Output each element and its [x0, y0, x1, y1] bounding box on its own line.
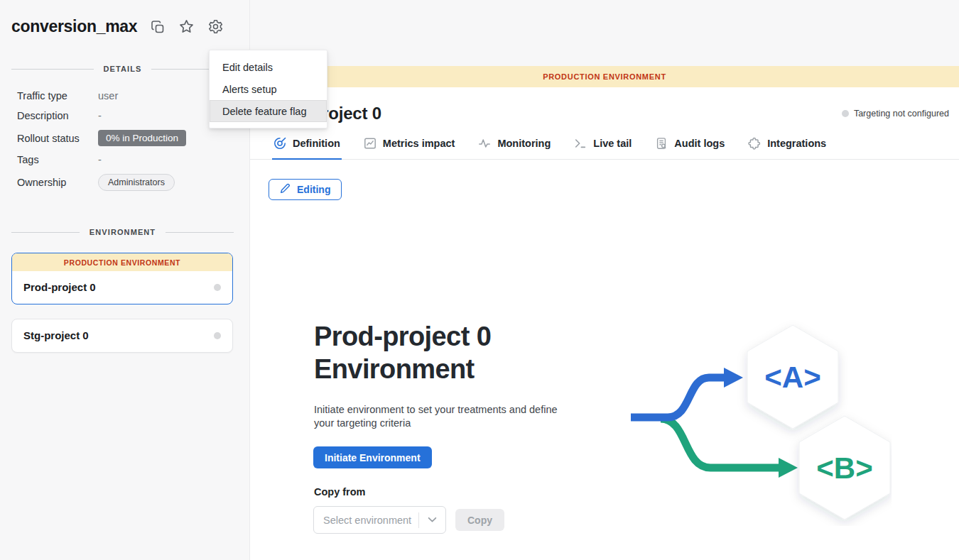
editing-button-label: Editing [297, 184, 330, 195]
detail-label: Description [17, 110, 98, 121]
tab-label: Audit logs [674, 138, 725, 149]
ab-test-illustration: <A> <B> [618, 309, 892, 529]
environment-section-header: ENVIRONMENT [11, 228, 234, 236]
green-arrowhead [779, 458, 798, 478]
initiate-environment-button[interactable]: Initiate Environment [313, 446, 432, 468]
details-heading: DETAILS [104, 65, 142, 73]
tab-monitoring[interactable]: Monitoring [478, 137, 551, 159]
env-card-production-banner: PRODUCTION ENVIRONMENT [12, 253, 232, 271]
integrations-icon [748, 137, 761, 150]
detail-value: - [98, 110, 102, 121]
divider [11, 69, 94, 70]
top-strip [250, 0, 959, 66]
tab-label: Monitoring [497, 138, 551, 149]
env-card-row: Prod-project 0 [12, 271, 232, 304]
divider [166, 232, 234, 233]
gear-icon [207, 18, 224, 35]
flag-header: conversion_max [0, 0, 249, 36]
targeting-status-dot [842, 110, 849, 117]
tab-label: Live tail [593, 138, 632, 149]
env-status-dot [214, 284, 221, 291]
variant-a-label: <A> [764, 361, 820, 394]
menu-item-alerts-setup[interactable]: Alerts setup [210, 78, 327, 100]
targeting-status: Targeting not configured [842, 109, 949, 119]
tab-metrics-impact[interactable]: Metrics impact [364, 137, 455, 159]
tab-label: Integrations [767, 138, 826, 149]
copy-from-label: Copy from [314, 486, 366, 498]
metrics-impact-icon [364, 137, 376, 150]
detail-label: Rollout status [17, 133, 98, 144]
production-environment-banner: PRODUCTION ENVIRONMENT [250, 66, 959, 87]
env-name: Prod-project 0 [23, 281, 96, 293]
tab-integrations[interactable]: Integrations [748, 137, 826, 159]
editing-button[interactable]: Editing [269, 179, 342, 200]
menu-item-edit-details[interactable]: Edit details [210, 56, 327, 78]
env-status-dot [214, 332, 221, 339]
definition-icon [273, 137, 286, 150]
detail-label: Ownership [17, 177, 98, 188]
hero-description: Initiate environment to set your treatme… [314, 403, 575, 430]
settings-dropdown-menu: Edit details Alerts setup Delete feature… [209, 50, 327, 128]
env-card-row: Stg-project 0 [12, 319, 232, 352]
ownership-pill[interactable]: Administrators [98, 174, 175, 191]
detail-label: Traffic type [17, 90, 98, 101]
divider [11, 232, 80, 233]
copy-button[interactable]: Copy [455, 509, 504, 531]
chevron-down-icon [419, 517, 445, 523]
tab-definition[interactable]: Definition [273, 137, 340, 159]
blue-arrowhead [724, 368, 743, 388]
tab-bar: Definition Metrics impact Monitoring Liv… [250, 137, 959, 160]
detail-row-tags: Tags - [17, 150, 249, 168]
pencil-icon [280, 183, 291, 196]
env-card-prod[interactable]: PRODUCTION ENVIRONMENT Prod-project 0 [11, 253, 233, 304]
detail-row-ownership: Ownership Administrators [17, 173, 249, 191]
detail-value: - [98, 154, 102, 165]
tab-label: Metrics impact [383, 138, 455, 149]
monitoring-icon [478, 137, 491, 150]
page-header: Prod-project 0 Targeting not configured [250, 87, 959, 123]
details-section-header: DETAILS [11, 65, 234, 73]
tab-label: Definition [293, 138, 340, 149]
copy-flag-button[interactable] [150, 19, 166, 35]
detail-value: user [98, 90, 118, 101]
star-icon [178, 18, 195, 35]
targeting-status-label: Targeting not configured [854, 109, 949, 119]
environment-select-placeholder: Select environment [314, 515, 418, 526]
env-name: Stg-project 0 [23, 329, 89, 341]
detail-row-rollout-status: Rollout status 0% in Production [17, 129, 249, 147]
tab-audit-logs[interactable]: Audit logs [655, 137, 725, 159]
env-card-stg[interactable]: Stg-project 0 [11, 319, 233, 353]
flag-name-title: conversion_max [11, 17, 137, 36]
tab-live-tail[interactable]: Live tail [574, 137, 632, 159]
live-tail-icon [574, 137, 587, 150]
rollout-status-badge: 0% in Production [98, 130, 186, 146]
detail-label: Tags [17, 154, 98, 165]
menu-item-delete-feature-flag[interactable]: Delete feature flag [210, 100, 327, 122]
variant-b-label: <B> [816, 451, 872, 485]
hero-title: Prod-project 0 Environment [314, 320, 552, 385]
audit-logs-icon [655, 137, 668, 150]
main-content: PRODUCTION ENVIRONMENT Prod-project 0 Ta… [250, 0, 959, 560]
copy-icon [150, 19, 166, 35]
flag-settings-button[interactable] [207, 18, 224, 35]
environment-heading: ENVIRONMENT [90, 228, 156, 236]
environment-select[interactable]: Select environment [313, 506, 446, 534]
favorite-flag-button[interactable] [178, 18, 195, 35]
